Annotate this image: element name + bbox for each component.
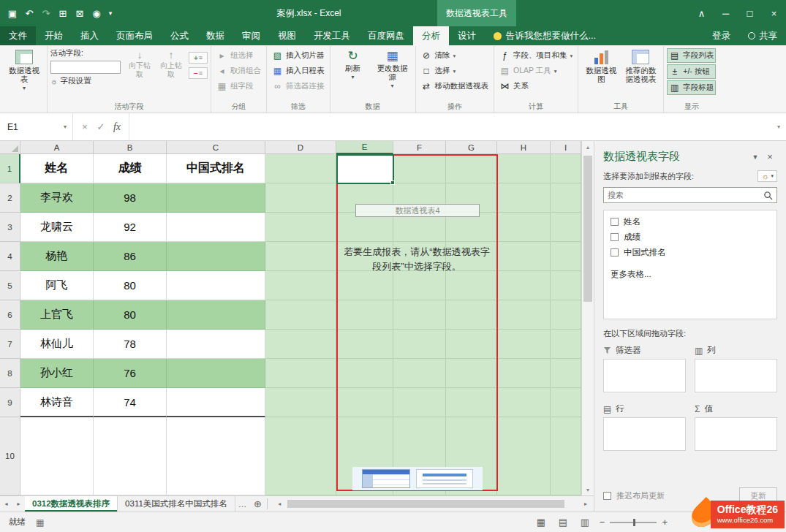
cell-h10[interactable] <box>497 417 551 495</box>
formula-bar-expand-icon[interactable]: ▾ <box>771 113 786 140</box>
select-all-corner[interactable] <box>0 141 20 154</box>
pane-close-icon[interactable]: × <box>763 151 777 162</box>
values-dropzone[interactable] <box>695 417 777 451</box>
pivotchart-button[interactable]: 数据透视图 <box>581 48 621 101</box>
col-header-b[interactable]: B <box>94 141 167 154</box>
cell-a6[interactable]: 上官飞 <box>20 300 94 330</box>
col-header-a[interactable]: A <box>20 141 94 154</box>
cell-i5[interactable] <box>551 271 581 300</box>
cell-a1[interactable]: 姓名 <box>20 154 94 183</box>
cell-d3[interactable] <box>265 213 336 242</box>
cell-d6[interactable] <box>265 300 336 330</box>
cell-i1[interactable] <box>551 154 581 183</box>
tab-file[interactable]: 文件 <box>0 26 36 45</box>
row-header-4[interactable]: 4 <box>0 242 20 271</box>
cell-a7[interactable]: 林仙儿 <box>20 330 94 359</box>
cell-e8[interactable] <box>336 359 393 388</box>
row-header-9[interactable]: 9 <box>0 388 20 417</box>
row-header-10[interactable]: 10 <box>0 417 20 495</box>
cell-a2[interactable]: 李寻欢 <box>20 183 94 213</box>
tab-insert[interactable]: 插入 <box>72 26 107 45</box>
cell-f1[interactable] <box>393 154 446 183</box>
normal-view-icon[interactable]: ▦ <box>534 517 548 528</box>
add-sheet-button[interactable]: ⊕ <box>249 496 265 512</box>
cell-h5[interactable] <box>497 271 551 300</box>
more-tables-link[interactable]: 更多表格... <box>604 260 776 280</box>
cell-c3[interactable] <box>167 213 265 242</box>
change-data-source-button[interactable]: ▦ 更改数据源 ▾ <box>373 48 412 101</box>
tab-data[interactable]: 数据 <box>197 26 233 45</box>
cell-b4[interactable]: 86 <box>94 242 167 271</box>
chevron-down-icon[interactable]: ▾ <box>58 123 72 130</box>
col-header-c[interactable]: C <box>167 141 265 154</box>
relationships-button[interactable]: ⋈ 关系 <box>497 79 575 94</box>
minimize-icon[interactable]: ─ <box>714 0 738 26</box>
cell-f5[interactable] <box>393 271 446 300</box>
drill-down-button[interactable]: ↓ 向下钻取 <box>126 48 154 101</box>
cell-b6[interactable]: 80 <box>94 300 167 330</box>
col-header-f[interactable]: F <box>393 141 446 154</box>
olap-tools-button[interactable]: ▤ OLAP 工具 ▾ <box>497 64 575 78</box>
cell-g5[interactable] <box>446 271 497 300</box>
ungroup-button[interactable]: ◂ 取消组合 <box>214 64 263 78</box>
cell-g1[interactable] <box>446 154 497 183</box>
col-header-i[interactable]: I <box>551 141 581 154</box>
cell-b1[interactable]: 成绩 <box>94 154 167 183</box>
row-header-2[interactable]: 2 <box>0 183 20 213</box>
cell-e9[interactable] <box>336 388 393 417</box>
row-header-5[interactable]: 5 <box>0 271 20 300</box>
cell-b9[interactable]: 74 <box>94 388 167 417</box>
field-item-score[interactable]: 成绩 <box>604 229 776 245</box>
formula-input[interactable] <box>129 113 771 140</box>
sheet-tab-2[interactable]: 0311美国式排名中国式排名 <box>118 496 235 512</box>
camera-icon[interactable]: ◉ <box>88 4 105 22</box>
close-box-icon[interactable]: ⊠ <box>72 4 88 22</box>
tab-design[interactable]: 设计 <box>449 26 485 45</box>
redo-icon[interactable]: ↷ <box>38 4 54 22</box>
cell-g9[interactable] <box>446 388 497 417</box>
table-icon[interactable]: ⊞ <box>55 4 71 22</box>
cell-c9[interactable] <box>167 388 265 417</box>
cell-b2[interactable]: 98 <box>94 183 167 213</box>
cell-d5[interactable] <box>265 271 336 300</box>
tab-baidu-netdisk[interactable]: 百度网盘 <box>359 26 413 45</box>
columns-dropzone[interactable] <box>695 359 777 392</box>
undo-icon[interactable]: ↶ <box>21 4 37 22</box>
cell-i8[interactable] <box>551 359 581 388</box>
move-pivottable-button[interactable]: ⇄ 移动数据透视表 <box>419 79 491 94</box>
scroll-right-icon[interactable]: ▸ <box>581 501 591 507</box>
cell-d8[interactable] <box>265 359 336 388</box>
save-icon[interactable]: ▣ <box>4 4 20 22</box>
vertical-scroll-thumb[interactable] <box>583 156 592 302</box>
row-header-1[interactable]: 1 <box>0 154 20 183</box>
cell-d9[interactable] <box>265 388 336 417</box>
cell-c4[interactable] <box>167 242 265 271</box>
insert-slicer-button[interactable]: ▧ 插入切片器 <box>270 48 327 63</box>
row-header-8[interactable]: 8 <box>0 359 20 388</box>
vertical-scrollbar[interactable]: ▴ ▾ <box>581 141 594 495</box>
tab-formulas[interactable]: 公式 <box>162 26 197 45</box>
selected-cell-e1[interactable] <box>336 154 394 184</box>
cell-g6[interactable] <box>446 300 497 330</box>
field-item-rank[interactable]: 中国式排名 <box>604 245 776 260</box>
tab-view[interactable]: 视图 <box>269 26 305 45</box>
enter-icon[interactable]: ✓ <box>94 121 108 132</box>
tab-analyze[interactable]: 分析 <box>413 26 449 45</box>
fill-handle[interactable] <box>390 180 395 185</box>
cell-c6[interactable] <box>167 300 265 330</box>
close-icon[interactable]: × <box>762 0 786 26</box>
row-header-3[interactable]: 3 <box>0 213 20 242</box>
cell-i3[interactable] <box>551 213 581 242</box>
active-field-input[interactable] <box>50 61 121 74</box>
cell-h6[interactable] <box>497 300 551 330</box>
tell-me-box[interactable]: 告诉我您想要做什么... <box>485 26 605 45</box>
cell-i9[interactable] <box>551 388 581 417</box>
pivottable-options-button[interactable]: 数据透视表 ▾ <box>4 48 44 101</box>
insert-timeline-button[interactable]: ▦ 插入日程表 <box>270 64 327 78</box>
tools-gear-button[interactable]: ☼ ▾ <box>757 170 777 182</box>
search-box[interactable] <box>603 187 777 203</box>
cell-i6[interactable] <box>551 300 581 330</box>
vertical-scroll-track[interactable] <box>582 153 594 484</box>
maximize-icon[interactable]: □ <box>738 0 762 26</box>
cell-i7[interactable] <box>551 330 581 359</box>
